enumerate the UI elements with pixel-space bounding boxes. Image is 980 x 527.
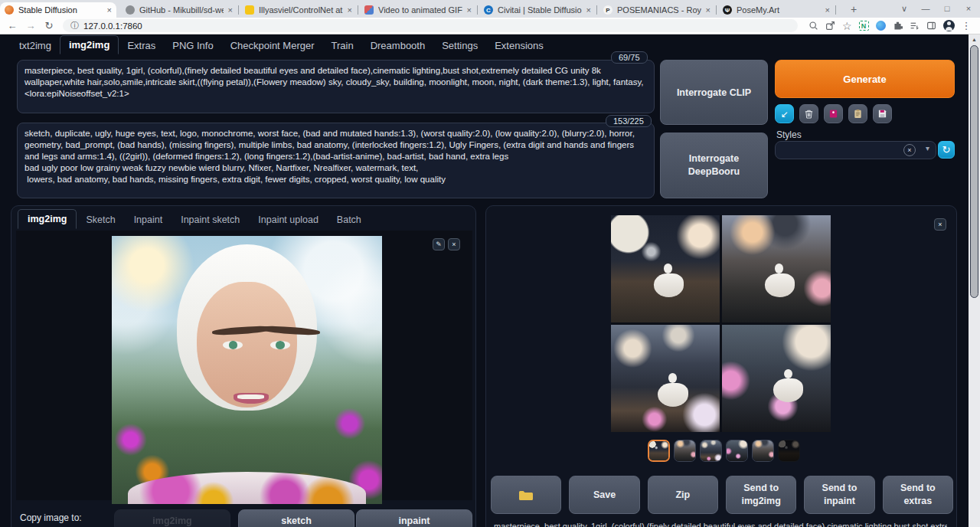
gallery-close-icon[interactable]: × xyxy=(934,218,946,231)
browser-menu-dots-icon[interactable]: ⋮ xyxy=(962,20,972,31)
tab-mode-inpaint-sketch[interactable]: Inpaint sketch xyxy=(172,211,249,229)
scrollbar-up-icon[interactable]: ▲ xyxy=(969,34,980,42)
send-to-extras-button[interactable]: Send to extras xyxy=(883,476,953,514)
styles-dropdown[interactable]: × ▾ xyxy=(775,141,936,159)
folder-icon xyxy=(518,489,534,501)
generated-image-1[interactable] xyxy=(611,215,720,322)
tab-close-icon[interactable]: × xyxy=(825,5,830,15)
edit-image-icon[interactable]: ✎ xyxy=(433,238,445,250)
thumbnail-1[interactable] xyxy=(648,440,670,462)
share-icon[interactable] xyxy=(825,21,835,31)
site-info-icon[interactable]: ⓘ xyxy=(70,20,79,31)
save-style-button[interactable] xyxy=(873,104,892,123)
thumbnail-2[interactable] xyxy=(674,440,696,462)
extensions-puzzle-icon[interactable] xyxy=(893,21,903,31)
extension-blue-icon[interactable] xyxy=(876,21,886,31)
zoom-icon[interactable] xyxy=(808,21,818,31)
send-to-inpaint-button[interactable]: Send to inpaint xyxy=(804,476,874,514)
generated-image-3[interactable] xyxy=(611,325,720,432)
browser-tab-posemyart[interactable]: Ψ PoseMy.Art × xyxy=(718,2,835,18)
save-button[interactable]: Save xyxy=(569,476,639,514)
paste-generation-params-button[interactable]: ↙ xyxy=(775,104,794,123)
tab-mode-sketch[interactable]: Sketch xyxy=(77,211,124,229)
tab-extensions[interactable]: Extensions xyxy=(486,37,552,54)
tab-mode-inpaint-upload[interactable]: Inpaint upload xyxy=(249,211,328,229)
new-tab-button[interactable]: + xyxy=(847,3,861,17)
figure-silhouette xyxy=(772,376,805,404)
tab-dreambooth[interactable]: Dreambooth xyxy=(362,37,434,54)
browser-tab-controlnet[interactable]: Illyasviel/ControlNet at main × xyxy=(240,2,357,18)
tab-close-icon[interactable]: × xyxy=(586,5,591,15)
tab-mode-inpaint[interactable]: Inpaint xyxy=(125,211,172,229)
tab-close-icon[interactable]: × xyxy=(348,5,352,15)
output-image-grid[interactable] xyxy=(611,215,831,432)
thumbnail-6[interactable] xyxy=(778,440,800,462)
chevron-down-icon[interactable]: ▾ xyxy=(926,144,929,152)
tab-extras[interactable]: Extras xyxy=(119,37,164,54)
tab-png-info[interactable]: PNG Info xyxy=(164,37,221,54)
reading-list-icon[interactable] xyxy=(910,21,920,31)
posemaniacs-favicon: P xyxy=(603,5,612,15)
send-to-img2img-button[interactable]: Send to img2img xyxy=(726,476,796,514)
back-icon[interactable]: ← xyxy=(3,20,21,31)
generated-image-4[interactable] xyxy=(722,325,831,432)
open-folder-button[interactable] xyxy=(491,476,561,514)
address-bar[interactable]: ⓘ 127.0.0.1:7860 xyxy=(63,19,798,32)
window-minimize-button[interactable]: — xyxy=(916,2,936,15)
browser-tab-gif-converter[interactable]: Video to animated GIF converter × xyxy=(360,2,476,18)
browser-chrome: Stable Diffusion × GitHub - Mikubill/sd-… xyxy=(0,0,980,34)
zip-button[interactable]: Zip xyxy=(648,476,718,514)
page-scrollbar[interactable]: ▲ xyxy=(969,34,980,527)
tab-img2img[interactable]: img2img xyxy=(60,35,119,54)
tab-checkpoint-merger[interactable]: Checkpoint Merger xyxy=(222,37,323,54)
prompt-input[interactable]: masterpiece, best quality, 1girl, (color… xyxy=(17,60,655,113)
copy-to-inpaint-button[interactable]: inpaint xyxy=(356,509,472,527)
reload-icon[interactable]: ↻ xyxy=(40,20,58,31)
tab-mode-img2img[interactable]: img2img xyxy=(18,209,77,229)
interrogate-clip-button[interactable]: Interrogate CLIP xyxy=(660,60,768,125)
source-image[interactable] xyxy=(112,236,382,504)
tab-close-icon[interactable]: × xyxy=(228,5,233,15)
thumbnail-5[interactable] xyxy=(752,440,774,462)
remove-image-icon[interactable]: × xyxy=(448,238,460,250)
tab-settings[interactable]: Settings xyxy=(433,37,486,54)
thumbnail-3[interactable] xyxy=(700,440,722,462)
forward-icon[interactable]: → xyxy=(21,20,40,31)
extra-networks-button[interactable] xyxy=(824,104,843,123)
thumbnail-4[interactable] xyxy=(726,440,748,462)
main-nav-tabs: txt2img img2img Extras PNG Info Checkpoi… xyxy=(11,36,552,54)
tab-mode-batch[interactable]: Batch xyxy=(328,211,371,229)
generated-image-2[interactable] xyxy=(722,215,831,322)
tab-search-chevron-icon[interactable]: ∨ xyxy=(894,2,914,15)
huggingface-favicon xyxy=(245,5,254,15)
tab-close-icon[interactable]: × xyxy=(706,5,710,15)
browser-tab-github[interactable]: GitHub - Mikubill/sd-webui-con × xyxy=(121,2,237,18)
img2img-source-panel: img2img Sketch Inpaint Inpaint sketch In… xyxy=(11,205,476,527)
negative-prompt-input[interactable]: sketch, duplicate, ugly, huge eyes, text… xyxy=(17,123,655,198)
tab-close-icon[interactable]: × xyxy=(467,5,472,15)
figure-silhouette xyxy=(763,271,796,299)
scrollbar-thumb[interactable] xyxy=(970,45,978,298)
gif-converter-favicon xyxy=(364,5,374,15)
apply-styles-button[interactable] xyxy=(848,104,867,123)
tab-train[interactable]: Train xyxy=(323,37,362,54)
copy-to-sketch-button[interactable]: sketch xyxy=(238,509,354,527)
tab-close-icon[interactable]: × xyxy=(107,5,112,15)
side-panel-icon[interactable] xyxy=(926,21,936,31)
interrogate-deepbooru-button[interactable]: Interrogate DeepBooru xyxy=(660,133,768,198)
figure-silhouette xyxy=(657,381,690,408)
styles-refresh-button[interactable]: ↻ xyxy=(938,141,955,159)
browser-tab-civitai[interactable]: C Civitai | Stable Diffusion model × xyxy=(479,2,596,18)
browser-tab-posemaniacs[interactable]: P POSEMANIACS - Royalty free 3 × xyxy=(599,2,715,18)
bookmark-star-icon[interactable]: ☆ xyxy=(842,20,852,32)
browser-tab-stable-diffusion[interactable]: Stable Diffusion × xyxy=(0,2,116,18)
tab-txt2img[interactable]: txt2img xyxy=(11,37,60,54)
styles-clear-icon[interactable]: × xyxy=(903,144,916,156)
window-close-button[interactable]: × xyxy=(959,2,978,15)
clear-prompt-button[interactable] xyxy=(799,104,818,123)
generate-button[interactable]: Generate xyxy=(775,60,955,98)
window-maximize-button[interactable]: □ xyxy=(937,2,957,15)
profile-avatar[interactable] xyxy=(943,20,955,31)
extension-n-icon[interactable]: N xyxy=(859,21,869,31)
posemyart-favicon: Ψ xyxy=(723,5,732,15)
